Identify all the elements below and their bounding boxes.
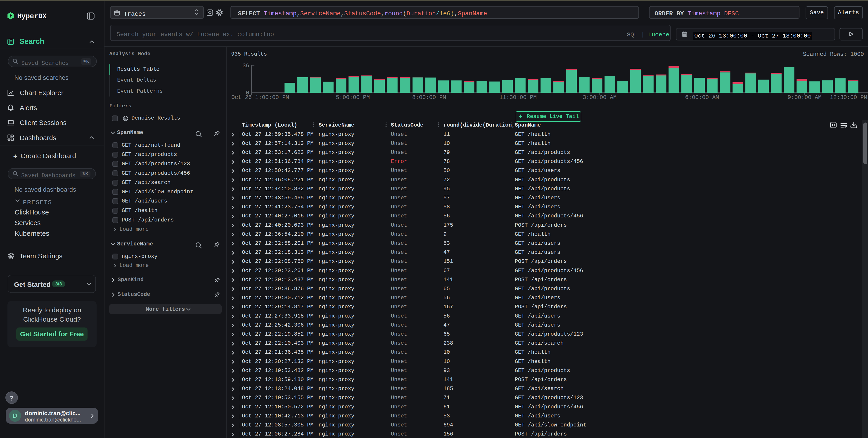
svg-text:9:00:00 AM: 9:00:00 AM — [788, 94, 822, 101]
svg-text:6:00:00 AM: 6:00:00 AM — [685, 94, 719, 101]
svg-text:5:00:00 PM: 5:00:00 PM — [336, 94, 370, 101]
svg-text:12:30:00 PM: 12:30:00 PM — [830, 94, 867, 101]
svg-text:36: 36 — [243, 63, 249, 69]
svg-text:8:00:00 PM: 8:00:00 PM — [412, 94, 446, 101]
svg-text:Oct 26 1:00:00 PM: Oct 26 1:00:00 PM — [231, 94, 289, 101]
svg-text:11:30:00 PM: 11:30:00 PM — [499, 94, 537, 101]
svg-text:3:00:00 AM: 3:00:00 AM — [583, 94, 617, 101]
